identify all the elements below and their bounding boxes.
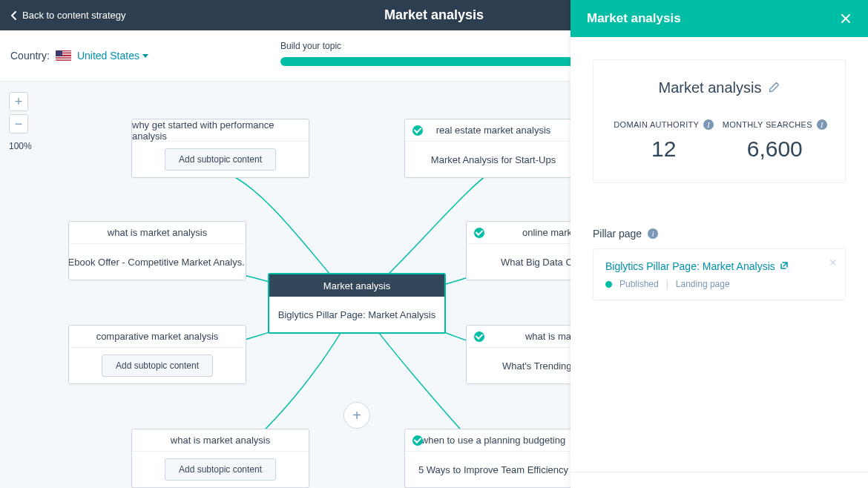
pillar-page-link[interactable]: Biglytics Pillar Page: Market Analysis xyxy=(605,260,789,272)
subtopic-node[interactable]: what is market analysis Add subtopic con… xyxy=(131,429,309,488)
remove-pillar-button[interactable]: ✕ xyxy=(829,257,838,268)
country-label: Country: xyxy=(10,50,50,62)
metrics-card-title: Market analysis xyxy=(659,79,762,96)
subtopic-node[interactable]: why get started with performance analysi… xyxy=(131,119,309,178)
close-icon xyxy=(840,13,852,24)
central-node-body: Biglytics Pillar Page: Market Analysis xyxy=(269,297,444,332)
separator: | xyxy=(666,279,668,289)
subtopic-title: real estate market analysis xyxy=(405,119,582,142)
chevron-left-icon xyxy=(10,11,18,20)
subtopic-body: "Ebook Offer - Competitive Market Analys… xyxy=(69,244,246,280)
domain-authority-label: DOMAIN AUTHORITY xyxy=(614,120,699,129)
flag-us-icon xyxy=(56,50,71,61)
subtopic-node[interactable]: real estate market analysis Market Analy… xyxy=(404,119,582,178)
add-subtopic-button[interactable]: Add subtopic content xyxy=(165,458,276,481)
monthly-searches-label: MONTHLY SEARCHES xyxy=(723,120,812,129)
subtopic-node[interactable]: when to use a planning budgeting 5 Ways … xyxy=(404,429,582,488)
pillar-card: ✕ Biglytics Pillar Page: Market Analysis… xyxy=(593,248,846,300)
subtopic-node[interactable]: what is market analysis "Ebook Offer - C… xyxy=(68,221,246,280)
subtopic-title: what is market analysis xyxy=(69,222,246,244)
subtopic-body: 5 Ways to Improve Team Efficiency xyxy=(405,452,582,487)
add-subtopic-button[interactable]: Add subtopic content xyxy=(102,355,213,377)
details-panel: Market analysis Market analysis DOMAIN A… xyxy=(571,0,868,488)
pillar-link-text: Biglytics Pillar Page: Market Analysis xyxy=(605,260,775,272)
info-icon[interactable]: i xyxy=(703,119,714,130)
pillar-section-label: Pillar page xyxy=(593,228,642,240)
back-label: Back to content strategy xyxy=(22,10,125,21)
close-panel-button[interactable] xyxy=(840,13,852,24)
panel-footer-divider xyxy=(571,472,868,472)
subtopic-title: when to use a planning budgeting xyxy=(405,429,582,452)
zoom-percent: 100% xyxy=(9,141,32,151)
external-link-icon xyxy=(780,260,789,272)
pencil-icon xyxy=(769,82,780,93)
monthly-searches-value: 6,600 xyxy=(720,136,831,162)
subtopic-title: what is market analysis xyxy=(132,429,309,452)
panel-title: Market analysis xyxy=(587,11,681,26)
back-link[interactable]: Back to content strategy xyxy=(10,10,125,21)
pillar-type: Landing page xyxy=(676,279,730,289)
info-icon[interactable]: i xyxy=(648,228,658,239)
zoom-in-button[interactable]: + xyxy=(9,92,28,111)
subtopic-node[interactable]: comparative market analysis Add subtopic… xyxy=(68,325,246,384)
subtopic-body: Market Analysis for Start-Ups xyxy=(405,142,582,177)
subtopic-title: comparative market analysis xyxy=(69,326,246,348)
central-node[interactable]: Market analysis Biglytics Pillar Page: M… xyxy=(268,273,446,334)
central-node-title: Market analysis xyxy=(269,274,444,297)
subtopic-title: why get started with performance analysi… xyxy=(132,119,309,142)
zoom-out-button[interactable]: − xyxy=(9,114,28,133)
page-title: Market analysis xyxy=(384,7,484,23)
country-value: United States xyxy=(77,50,139,62)
edit-title-button[interactable] xyxy=(769,79,780,96)
status-dot-icon xyxy=(605,281,612,288)
domain-authority-value: 12 xyxy=(608,136,720,162)
info-icon[interactable]: i xyxy=(817,119,827,130)
add-node-button[interactable]: + xyxy=(343,402,370,429)
country-select[interactable]: United States xyxy=(77,50,148,62)
pillar-status: Published xyxy=(619,279,659,289)
chevron-down-icon xyxy=(142,54,148,58)
metrics-card: Market analysis DOMAIN AUTHORITY i 12 MO… xyxy=(593,59,846,183)
add-subtopic-button[interactable]: Add subtopic content xyxy=(165,148,276,171)
